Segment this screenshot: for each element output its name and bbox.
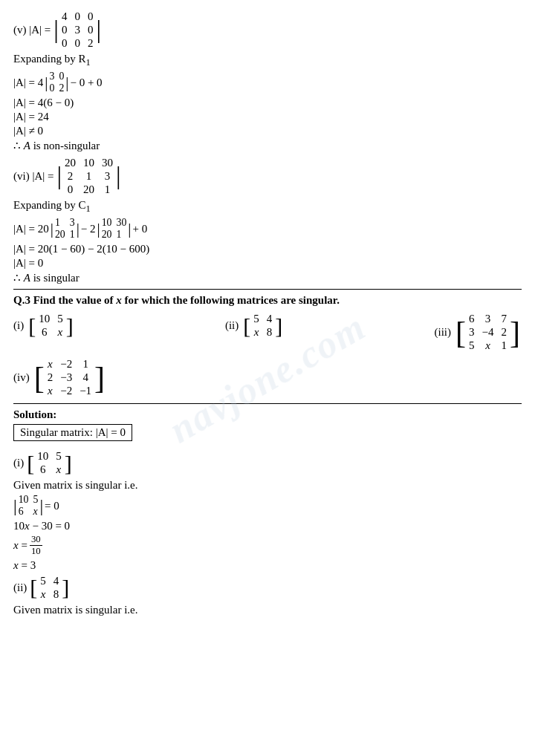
solution-label: Solution:	[13, 408, 522, 421]
sol-ii-section: (ii) [ 54 x8 ] Given matrix is singular …	[13, 573, 522, 616]
divider-1	[13, 289, 522, 290]
v-matrix-bracket: | 400 030 002 |	[54, 9, 101, 51]
v-step1: |A| = 4 | 30 02 | − 0 + 0	[13, 70, 522, 95]
q3-i: (i) [ 105 6x ]	[13, 311, 75, 340]
v-step2: |A| = 4(6 − 0)	[13, 97, 522, 109]
divider-2	[13, 403, 522, 404]
section-v: (v) |A| = | 400 030 002 | Expanding by R…	[13, 9, 522, 152]
sol-i-step1: 10x − 30 = 0	[13, 520, 522, 532]
q3-iii: (iii) [ 637 3−42 5x1 ]	[435, 311, 522, 353]
vi-matrix-bracket: | 201030 213 0201 |	[56, 155, 120, 198]
q3-ii: (ii) [ 54 x8 ]	[225, 311, 284, 340]
q3-matrices-row: (i) [ 105 6x ] (ii) [ 54 x8 ]	[13, 311, 522, 353]
sol-ii-text1: Given matrix is singular i.e.	[13, 604, 522, 616]
v-step3: |A| = 24	[13, 111, 522, 123]
singular-box-wrapper: Singular matrix: |A| = 0	[13, 423, 522, 444]
sol-i-step2: x = 30 10	[13, 534, 522, 558]
vi-step3: |A| = 0	[13, 257, 522, 270]
vi-label: (vi) |A| =	[13, 170, 54, 183]
vi-det2: | 1030 201 |	[97, 216, 132, 241]
vi-matrix-grid: 201030 213 0201	[62, 155, 116, 198]
q3-iv: (iv) [ x−21 2−34 x−2−1 ]	[13, 356, 522, 399]
vi-conclusion: ∴ A is singular	[13, 271, 522, 284]
page-content: (v) |A| = | 400 030 002 | Expanding by R…	[13, 9, 522, 616]
vi-expanding: Expanding by C1	[13, 199, 522, 215]
singular-box: Singular matrix: |A| = 0	[13, 424, 132, 441]
sol-i-step3: x = 3	[13, 559, 522, 572]
vi-step1: |A| = 20 | 13 201 | − 2 | 1030 201 | + 0	[13, 216, 522, 241]
sol-i-section: (i) [ 105 6x ] Given matrix is singular …	[13, 449, 522, 572]
v-expanding: Expanding by R1	[13, 53, 522, 68]
sol-ii-label-line: (ii) [ 54 x8 ]	[13, 573, 522, 602]
v-matrix-grid: 400 030 002	[59, 9, 97, 51]
v-conclusion: ∴ A is non-singular	[13, 139, 522, 152]
v-step4: |A| ≠ 0	[13, 125, 522, 137]
v-small-det: | 30 02 |	[45, 70, 68, 95]
section-vi: (vi) |A| = | 201030 213 0201 | Expanding…	[13, 155, 522, 284]
vi-step2: |A| = 20(1 − 60) − 2(10 − 600)	[13, 243, 522, 255]
vi-title-line: (vi) |A| = | 201030 213 0201 |	[13, 155, 522, 198]
sol-i-label-line: (i) [ 105 6x ]	[13, 449, 522, 478]
sol-i-text1: Given matrix is singular i.e.	[13, 479, 522, 492]
q3-heading: Q.3 Find the value of x for which the fo…	[13, 294, 522, 307]
v-title-line: (v) |A| = | 400 030 002 |	[13, 9, 522, 51]
vi-det1: | 13 201 |	[51, 216, 80, 241]
sol-i-det-line: | 105 6x | = 0	[13, 493, 522, 518]
v-label: (v) |A| =	[13, 24, 51, 36]
